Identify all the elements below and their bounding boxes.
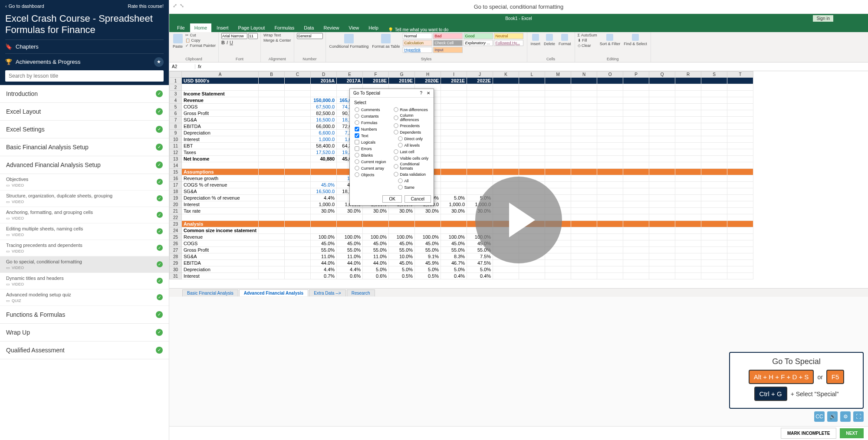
cell[interactable] xyxy=(623,273,649,279)
cell[interactable] xyxy=(727,266,753,273)
cell[interactable] xyxy=(259,78,285,84)
cell[interactable] xyxy=(259,97,285,104)
cell[interactable]: Analysis xyxy=(182,221,259,227)
cell[interactable]: 11.0% xyxy=(311,253,337,260)
cell[interactable] xyxy=(182,214,259,221)
cell[interactable]: 0.5% xyxy=(389,273,415,279)
row-header[interactable]: 1 xyxy=(170,78,182,84)
cell[interactable] xyxy=(259,195,285,201)
ribbon-tab-insert[interactable]: Insert xyxy=(212,23,233,32)
cell[interactable] xyxy=(649,91,675,97)
cell[interactable] xyxy=(285,266,311,273)
cell[interactable]: 0.6% xyxy=(337,273,363,279)
cell[interactable] xyxy=(701,227,727,234)
cell-style-option[interactable]: Calculation xyxy=(403,40,432,46)
cell[interactable] xyxy=(441,227,467,234)
cell[interactable] xyxy=(467,117,493,123)
achievements-nav[interactable]: 🏆Achievements & Progress ★ xyxy=(5,53,164,70)
cell[interactable] xyxy=(571,143,597,149)
cell[interactable]: 0.5% xyxy=(415,273,441,279)
cell[interactable] xyxy=(597,156,623,162)
cell[interactable] xyxy=(649,156,675,162)
cell[interactable] xyxy=(311,84,337,91)
cell[interactable] xyxy=(727,84,753,91)
cell[interactable] xyxy=(337,227,363,234)
cell[interactable] xyxy=(623,214,649,221)
cell[interactable] xyxy=(519,266,545,273)
cell[interactable]: Tax rate xyxy=(182,208,259,214)
cell[interactable] xyxy=(519,130,545,136)
cell[interactable] xyxy=(571,110,597,117)
radio-option[interactable]: Column differences xyxy=(393,113,430,122)
cell[interactable] xyxy=(571,182,597,188)
cell[interactable] xyxy=(623,227,649,234)
cell[interactable] xyxy=(285,143,311,149)
cell[interactable] xyxy=(182,162,259,169)
cell[interactable]: Depreciation xyxy=(182,266,259,273)
cell[interactable]: 66,000.0 xyxy=(311,123,337,130)
cell[interactable] xyxy=(285,253,311,260)
cell[interactable] xyxy=(259,247,285,253)
cell[interactable] xyxy=(182,84,259,91)
row-header[interactable]: 13 xyxy=(170,156,182,162)
cell[interactable] xyxy=(597,273,623,279)
cell[interactable] xyxy=(441,175,467,182)
cell[interactable] xyxy=(623,104,649,110)
cell[interactable] xyxy=(675,195,701,201)
cell[interactable] xyxy=(623,91,649,97)
cell[interactable] xyxy=(623,110,649,117)
row-header[interactable]: 30 xyxy=(170,266,182,273)
cell[interactable] xyxy=(675,149,701,156)
chapter-item[interactable]: Wrap Up✓ xyxy=(0,324,169,341)
cell[interactable]: 40,880 xyxy=(311,156,337,162)
cell[interactable] xyxy=(441,84,467,91)
cell[interactable] xyxy=(519,123,545,130)
cell[interactable] xyxy=(493,91,519,97)
cell[interactable] xyxy=(675,84,701,91)
cell[interactable]: 55.0% xyxy=(441,247,467,253)
cell[interactable]: Interest xyxy=(182,136,259,143)
cell[interactable] xyxy=(311,227,337,234)
cell[interactable]: 55.0% xyxy=(415,247,441,253)
cell[interactable]: USD $000's xyxy=(182,78,259,84)
cell[interactable] xyxy=(311,175,337,182)
cell[interactable] xyxy=(519,78,545,84)
cell[interactable]: Gross Profit xyxy=(182,110,259,117)
cell[interactable]: EBT xyxy=(182,143,259,149)
cell[interactable] xyxy=(649,97,675,104)
cell[interactable] xyxy=(701,182,727,188)
cell-style-option[interactable]: Input xyxy=(433,47,463,53)
cell[interactable] xyxy=(649,201,675,208)
cell[interactable] xyxy=(493,136,519,143)
column-header[interactable]: N xyxy=(571,72,597,78)
cell[interactable]: 2022E xyxy=(467,78,493,84)
cell[interactable]: COGS xyxy=(182,240,259,247)
font-name-select[interactable] xyxy=(221,33,247,39)
lesson-item[interactable]: Dynamic titles and headers▭ VIDEO✓ xyxy=(0,273,169,289)
cell[interactable] xyxy=(597,130,623,136)
cell[interactable]: 0.7% xyxy=(311,273,337,279)
cell[interactable] xyxy=(259,162,285,169)
cell[interactable]: 100.0% xyxy=(363,234,389,240)
cell[interactable] xyxy=(493,143,519,149)
cell[interactable]: Assumptions xyxy=(182,169,259,175)
column-header[interactable]: Q xyxy=(649,72,675,78)
cell[interactable]: 55.0% xyxy=(337,247,363,253)
cell[interactable]: 4.4% xyxy=(311,266,337,273)
find-select-button[interactable]: Find & Select xyxy=(623,33,648,47)
cell[interactable]: 67,500.0 xyxy=(311,104,337,110)
cell[interactable] xyxy=(727,162,753,169)
cell[interactable] xyxy=(649,143,675,149)
cell[interactable] xyxy=(571,260,597,266)
cell[interactable] xyxy=(519,97,545,104)
cell[interactable] xyxy=(363,214,389,221)
cell[interactable]: 8.3% xyxy=(441,253,467,260)
chapters-nav[interactable]: 🔖 Chapters xyxy=(5,39,164,53)
cell[interactable] xyxy=(727,117,753,123)
cell-styles-gallery[interactable]: NormalBadGoodNeutralCalculationCheck Cel… xyxy=(403,33,524,53)
cell[interactable] xyxy=(467,123,493,130)
cell[interactable] xyxy=(701,234,727,240)
play-button[interactable] xyxy=(475,177,562,263)
lesson-item[interactable]: Anchoring, formatting, and grouping cell… xyxy=(0,207,169,223)
cell[interactable] xyxy=(259,214,285,221)
